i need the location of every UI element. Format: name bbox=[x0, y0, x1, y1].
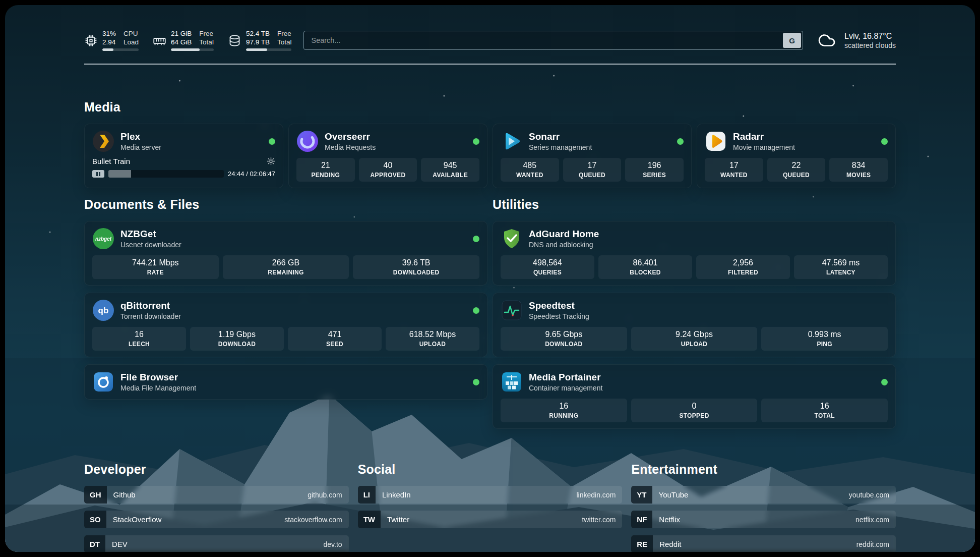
portainer-card[interactable]: Media Portainer Container management 16 … bbox=[493, 364, 896, 429]
storage-total-value: 97.9 TB bbox=[246, 38, 270, 46]
status-dot bbox=[881, 138, 888, 145]
memory-free-label: Free bbox=[199, 30, 214, 38]
pause-button[interactable] bbox=[92, 170, 104, 178]
weather-widget: Lviv, 16.87°C scattered clouds bbox=[815, 31, 896, 49]
stat-upload: 9.24 Gbps UPLOAD bbox=[631, 327, 758, 351]
radarr-card[interactable]: Radarr Movie management 17 WANTED 22 QUE… bbox=[697, 124, 896, 188]
youtube-badge: YT bbox=[631, 486, 652, 504]
cpu-usage-value: 31% bbox=[102, 30, 116, 38]
stat-total: 16 TOTAL bbox=[761, 399, 888, 422]
cpu-load-value: 2.94 bbox=[102, 38, 116, 46]
filebrowser-icon bbox=[92, 371, 114, 393]
cpu-load-label: Load bbox=[124, 38, 139, 46]
plex-card[interactable]: Plex Media server Bullet Train bbox=[84, 124, 283, 188]
weather-condition: scattered clouds bbox=[844, 41, 896, 49]
overseerr-card[interactable]: Overseerr Media Requests 21 PENDING 40 A… bbox=[288, 124, 487, 188]
stat-filtered: 2,956 FILTERED bbox=[696, 255, 790, 279]
stat-remaining: 266 GB REMAINING bbox=[223, 255, 349, 279]
stat-approved: 40 APPROVED bbox=[359, 158, 417, 182]
search-engine-button[interactable]: G bbox=[783, 33, 801, 48]
nzbget-icon: nzbget bbox=[92, 228, 114, 250]
playback-time: 24:44 / 02:06:47 bbox=[228, 170, 275, 178]
app-name: NZBGet bbox=[120, 229, 181, 240]
app-subtitle: Media server bbox=[120, 143, 161, 151]
bookmark-row-twitter[interactable]: TW Twitter twitter.com bbox=[358, 511, 623, 528]
bookmark-row-netflix[interactable]: NF Netflix netflix.com bbox=[631, 511, 896, 528]
app-subtitle: Container management bbox=[529, 384, 602, 392]
bookmark-row-reddit[interactable]: RE Reddit reddit.com bbox=[631, 535, 896, 552]
adguard-icon bbox=[501, 228, 523, 250]
bookmark-row-linkedin[interactable]: LI LinkedIn linkedin.com bbox=[358, 486, 623, 504]
storage-free-label: Free bbox=[277, 30, 292, 38]
status-dot bbox=[473, 236, 479, 242]
section-title-documents: Documents & Files bbox=[84, 197, 487, 212]
netflix-badge: NF bbox=[631, 511, 652, 528]
app-subtitle: DNS and adblocking bbox=[529, 241, 599, 249]
section-title-developer: Developer bbox=[84, 462, 349, 477]
bookmark-row-youtube[interactable]: YT YouTube youtube.com bbox=[631, 486, 896, 504]
weather-location: Lviv, 16.87°C bbox=[844, 31, 896, 41]
bookmark-url: linkedin.com bbox=[570, 486, 623, 504]
stat-queued: 17 QUEUED bbox=[563, 158, 622, 182]
bookmark-row-dev[interactable]: DT DEV dev.to bbox=[84, 535, 349, 552]
memory-usage-bar-fill bbox=[171, 48, 200, 51]
stat-leech: 16 LEECH bbox=[92, 327, 186, 351]
bookmark-url: twitter.com bbox=[575, 511, 622, 528]
filebrowser-card[interactable]: File Browser Media File Management bbox=[84, 364, 487, 400]
stat-download: 1.19 Gbps DOWNLOAD bbox=[190, 327, 284, 351]
bookmark-url: dev.to bbox=[317, 535, 349, 552]
bookmark-group-developer: Developer GH Github github.com SO StackO… bbox=[84, 462, 349, 552]
dashboard-screen: 31% CPU 2.94 Load bbox=[5, 5, 975, 552]
stat-wanted: 485 WANTED bbox=[501, 158, 559, 182]
stat-available: 945 AVAILABLE bbox=[421, 158, 479, 182]
cpu-widget: 31% CPU 2.94 Load bbox=[84, 30, 139, 50]
storage-usage-bar bbox=[246, 48, 292, 51]
qbittorrent-card[interactable]: qb qBittorrent Torrent downloader bbox=[84, 293, 487, 357]
stat-latency: 47.569 ms LATENCY bbox=[794, 255, 888, 279]
stat-rate: 744.21 Mbps RATE bbox=[92, 255, 219, 279]
bookmark-url: reddit.com bbox=[850, 535, 896, 552]
nzbget-card[interactable]: nzbget NZBGet Usenet downloader 74 bbox=[84, 221, 487, 286]
search-bar: G bbox=[303, 31, 803, 50]
speedtest-card[interactable]: Speedtest Speedtest Tracking 9.65 Gbps D… bbox=[493, 293, 896, 357]
status-dot bbox=[473, 307, 479, 314]
status-dot bbox=[677, 138, 684, 145]
cpu-usage-bar bbox=[102, 48, 139, 51]
memory-widget: 21 GiB Free 64 GiB Total bbox=[153, 30, 214, 50]
storage-usage-bar-fill bbox=[246, 48, 267, 51]
bookmark-group-social: Social LI LinkedIn linkedin.com TW Twitt… bbox=[358, 462, 623, 528]
bookmark-name: DEV bbox=[105, 535, 317, 552]
cloud-icon bbox=[815, 31, 838, 49]
storage-icon bbox=[228, 34, 241, 47]
top-bar: 31% CPU 2.94 Load bbox=[84, 26, 896, 54]
search-input[interactable] bbox=[303, 31, 803, 50]
status-dot bbox=[473, 138, 479, 145]
settings-gear-icon[interactable] bbox=[267, 157, 275, 165]
cpu-label: CPU bbox=[124, 30, 139, 38]
stat-upload: 618.52 Mbps UPLOAD bbox=[386, 327, 479, 351]
plex-icon bbox=[92, 130, 114, 152]
memory-usage-bar bbox=[171, 48, 214, 51]
sonarr-card[interactable]: Sonarr Series management 485 WANTED 17 Q… bbox=[493, 124, 692, 188]
memory-total-value: 64 GiB bbox=[171, 38, 192, 46]
status-dot bbox=[269, 138, 275, 145]
media-section: Media Plex bbox=[84, 100, 896, 188]
stat-ping: 0.993 ms PING bbox=[761, 327, 888, 351]
memory-icon bbox=[153, 34, 166, 47]
status-dot bbox=[473, 379, 479, 385]
bookmark-row-github[interactable]: GH Github github.com bbox=[84, 486, 349, 504]
app-name: Plex bbox=[120, 131, 161, 142]
app-subtitle: Speedtest Tracking bbox=[529, 312, 589, 320]
overseerr-icon bbox=[296, 130, 319, 152]
sonarr-icon bbox=[501, 130, 523, 152]
speedtest-icon bbox=[501, 299, 523, 321]
stat-download: 9.65 Gbps DOWNLOAD bbox=[501, 327, 627, 351]
stat-stopped: 0 STOPPED bbox=[631, 399, 758, 422]
portainer-icon bbox=[501, 371, 523, 393]
bookmark-row-stackoverflow[interactable]: SO StackOverflow stackoverflow.com bbox=[84, 511, 349, 528]
stat-wanted: 17 WANTED bbox=[705, 158, 763, 182]
stat-seed: 471 SEED bbox=[288, 327, 382, 351]
bookmark-name: LinkedIn bbox=[376, 486, 570, 504]
radarr-icon bbox=[705, 130, 727, 152]
adguard-card[interactable]: AdGuard Home DNS and adblocking 498,564 … bbox=[493, 221, 896, 286]
